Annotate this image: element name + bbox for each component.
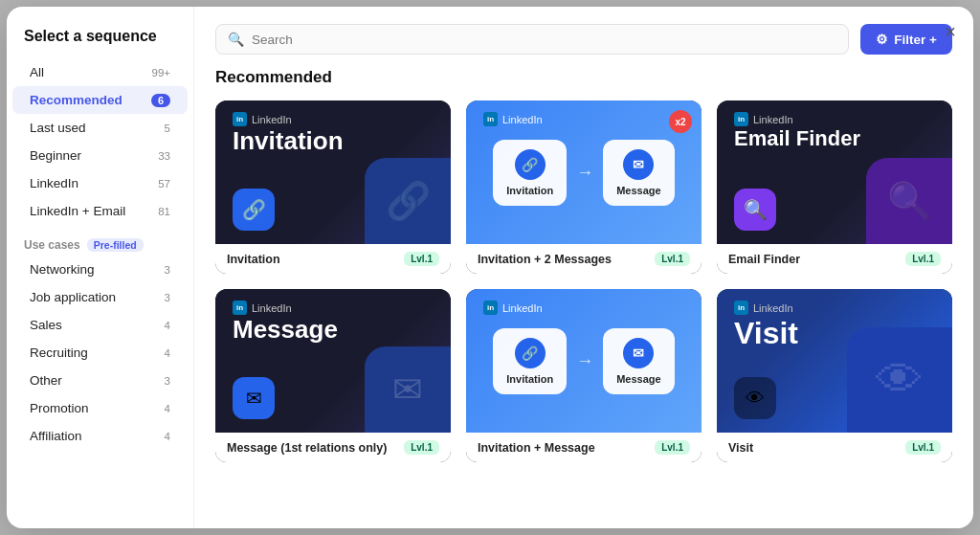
node-icon: ✉ [623,149,654,180]
level-badge: Lvl.1 [905,440,941,455]
linkedin-icon: in [233,112,247,126]
card-footer: Invitation Lvl.1 [215,244,451,274]
card-invitation-message[interactable]: in LinkedIn 🔗 Invitation → ✉ Message [466,289,702,462]
card-visit[interactable]: in LinkedIn Visit 👁 👁 Visit Lvl.1 [717,289,952,462]
link-icon: 🔗 [233,189,275,231]
level-badge: Lvl.1 [404,252,439,266]
sidebar-badge: 4 [153,347,170,359]
level-badge: Lvl.1 [905,252,941,266]
sidebar-item-label: Recommended [30,93,122,107]
card-footer: Invitation + Message Lvl.1 [466,433,702,462]
modal: × Select a sequence All 99+ Recommended … [7,7,973,528]
card-footer: Email Finder Lvl.1 [717,244,952,274]
sidebar-badge: 33 [153,150,170,162]
sidebar-item-label: Promotion [30,401,89,415]
sidebar-title: Select a sequence [7,28,193,58]
sidebar-item-label: LinkedIn + Email [30,204,125,218]
node-icon: 🔗 [515,338,546,368]
sidebar-item-beginner[interactable]: Beginner 33 [12,142,188,169]
sidebar-badge: 4 [153,431,170,442]
card-name: Invitation [227,253,280,266]
nodes-container: 🔗 Invitation → ✉ Message [466,319,702,404]
node-message: ✉ Message [603,328,674,394]
sidebar-item-job-application[interactable]: Job application 3 [12,283,188,311]
sidebar-item-all[interactable]: All 99+ [12,58,188,86]
card-invitation[interactable]: in LinkedIn Invitation 🔗 🔗 Invitation Lv… [215,100,451,274]
linkedin-label: in LinkedIn [734,112,793,126]
node-icon: ✉ [623,338,654,368]
sidebar-item-networking[interactable]: Networking 3 [12,256,188,283]
linkedin-label: in LinkedIn [734,301,793,315]
node-message: ✉ Message [603,140,674,206]
filter-label: Filter + [894,33,937,47]
sidebar-item-recommended[interactable]: Recommended 6 [12,86,188,114]
search-icon: 🔍 [228,32,244,47]
card-title: Invitation [233,127,344,155]
sidebar-badge: 99+ [151,67,170,78]
sidebar-item-label: Sales [30,318,62,332]
card-title: Email Finder [734,127,860,150]
card-email-finder[interactable]: in LinkedIn Email Finder 🔍 🔍 Email Finde… [717,100,952,274]
section-title: Recommended [215,68,952,87]
paper-plane-icon: ✉ [365,346,451,433]
sidebar-item-promotion[interactable]: Promotion 4 [12,394,188,422]
sidebar-item-other[interactable]: Other 3 [12,367,188,394]
nodes-container: 🔗 Invitation → ✉ Message [466,130,702,215]
x2-badge: x2 [669,110,692,133]
card-title: Visit [734,316,798,351]
search-bar[interactable]: 🔍 [215,24,849,55]
sidebar-item-label: Last used [30,121,86,135]
sidebar-item-linkedin-email[interactable]: LinkedIn + Email 81 [12,197,188,225]
prefilled-badge: Pre-filled [87,238,144,252]
sidebar: Select a sequence All 99+ Recommended 6 … [7,7,194,528]
sidebar-badge: 5 [153,123,170,134]
use-cases-section: Use cases Pre-filled [7,225,193,256]
card-image: in LinkedIn 🔗 Invitation → ✉ Message [466,100,702,244]
card-invitation-2messages[interactable]: in LinkedIn 🔗 Invitation → ✉ Message [466,100,702,274]
sidebar-item-lastused[interactable]: Last used 5 [12,114,188,142]
sidebar-item-label: Networking [30,262,95,277]
sidebar-item-label: Recruiting [30,346,88,360]
sidebar-item-label: Other [30,373,62,388]
arrow-icon: → [576,351,593,371]
card-image: in LinkedIn Invitation 🔗 🔗 [215,100,451,244]
card-name: Invitation + Message [478,441,595,455]
search-input[interactable] [252,33,836,47]
card-footer: Invitation + 2 Messages Lvl.1 [466,244,702,274]
card-image: in LinkedIn Message ✉ ✉ [215,289,451,433]
main-header: 🔍 ⚙ Filter + [215,24,952,55]
card-name: Visit [728,441,753,455]
sidebar-item-label: All [30,65,44,79]
filter-button[interactable]: ⚙ Filter + [860,24,952,55]
node-icon: 🔗 [515,149,546,180]
card-title: Message [233,316,338,344]
cards-grid: in LinkedIn Invitation 🔗 🔗 Invitation Lv… [215,100,952,462]
level-badge: Lvl.1 [655,252,690,266]
sidebar-item-label: Beginner [30,148,81,163]
search-icon: 🔍 [734,189,776,231]
use-cases-label: Use cases [24,238,80,252]
linkedin-icon: in [734,112,748,126]
card-name: Email Finder [728,253,800,266]
sidebar-item-sales[interactable]: Sales 4 [12,311,188,339]
close-button[interactable]: × [945,22,956,41]
sidebar-item-linkedin[interactable]: LinkedIn 57 [12,169,188,197]
linkedin-icon: in [734,301,748,315]
sidebar-badge: 81 [153,206,170,217]
card-footer: Visit Lvl.1 [717,433,952,462]
eye-icon: 👁 [734,377,776,419]
card-message[interactable]: in LinkedIn Message ✉ ✉ Message (1st rel… [215,289,451,462]
node-invitation: 🔗 Invitation [493,140,567,206]
sidebar-badge: 3 [153,264,170,276]
sidebar-item-label: Job application [30,290,116,304]
chain-icon-big: 🔗 [365,158,451,244]
sidebar-item-affiliation[interactable]: Affiliation 4 [12,422,188,450]
sidebar-badge: 6 [151,94,170,107]
linkedin-label: in LinkedIn [233,301,292,315]
search-big-icon: 🔍 [866,158,952,244]
node-invitation: 🔗 Invitation [493,328,567,394]
sidebar-badge: 4 [153,320,170,331]
sidebar-badge: 57 [153,178,170,189]
sidebar-item-recruiting[interactable]: Recruiting 4 [12,339,188,367]
sidebar-item-label: Affiliation [30,429,82,443]
